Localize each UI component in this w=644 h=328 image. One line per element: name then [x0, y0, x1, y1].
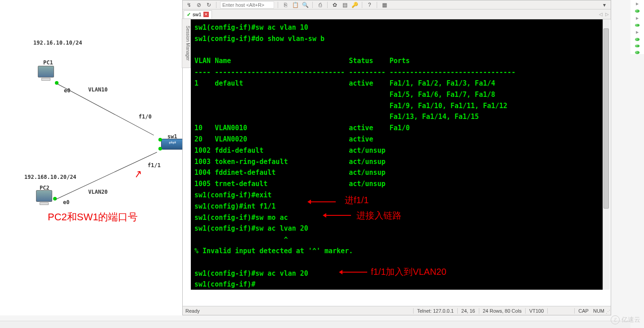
status-caps: CAP — [574, 308, 592, 314]
network-topology-panel: 192.16.10.10/24 PC1 e0 VLAN10 f1/0 sw1 ⇄… — [0, 0, 182, 315]
switch-icon: ⇄⇄ — [161, 139, 184, 150]
print-icon[interactable]: ⎙ — [316, 1, 324, 9]
status-emulation: VT100 — [525, 308, 547, 314]
nav-dot-icon[interactable] — [635, 38, 639, 41]
f11-label: f1/1 — [148, 162, 161, 169]
scrollbar-thumb[interactable] — [603, 28, 609, 209]
session-icon[interactable]: ▤ — [341, 1, 348, 9]
host-input[interactable] — [220, 1, 274, 9]
watermark-icon: ℰ — [611, 315, 620, 324]
status-bar: Ready Telnet: 127.0.0.1 24, 16 24 Rows, … — [183, 306, 611, 315]
status-size: 24 Rows, 80 Cols — [479, 308, 525, 314]
secure-crt-window: ↯ ⊘ ↻ ⎘ 📋 🔍 ⎙ ✿ ▤ 🔑 ? ▦ ▾ ✓ sw1 ✕ ◁ ▷ — [182, 0, 611, 315]
tab-sw1[interactable]: ✓ sw1 ✕ — [184, 10, 212, 18]
reconnect-icon[interactable]: ↯ — [185, 1, 193, 9]
nav-dot-icon[interactable] — [635, 51, 639, 54]
subnet2-label: 192.168.10.20/24 — [24, 174, 77, 180]
pc2-port: e0 — [63, 199, 69, 205]
watermark-text: 亿速云 — [621, 316, 640, 324]
tab-active-check-icon: ✓ — [187, 12, 191, 18]
pc2-icon — [36, 190, 52, 205]
annot-vlan20-join: f1/1加入到VLAN20 — [371, 266, 446, 278]
key-icon[interactable]: 🔑 — [351, 1, 358, 9]
red-arrow-icon — [324, 215, 351, 216]
tab-next-icon[interactable]: ▷ — [604, 12, 610, 17]
red-arrow-icon — [340, 272, 367, 273]
status-ready: Ready — [185, 308, 200, 314]
disconnect-icon[interactable]: ⊘ — [195, 1, 203, 9]
link-dot — [158, 147, 162, 150]
vertical-scrollbar[interactable] — [603, 19, 610, 290]
horizontal-scrollbar[interactable] — [0, 321, 630, 328]
paste-icon[interactable]: 📋 — [292, 1, 299, 9]
vlan10-label: VLAN10 — [88, 87, 108, 93]
copy-icon[interactable]: ⎘ — [282, 1, 289, 9]
tab-close-button[interactable]: ✕ — [203, 12, 209, 17]
nav-dot-icon[interactable] — [635, 24, 639, 27]
red-arrow-icon: ↗ — [133, 168, 143, 181]
nav-dot-icon[interactable] — [635, 45, 639, 48]
status-connection: Telnet: 127.0.0.1 — [413, 308, 457, 314]
palette-icon[interactable]: ▦ — [381, 1, 388, 9]
pc1-label: PC1 — [43, 59, 53, 66]
nav-dot-icon[interactable] — [635, 9, 639, 13]
resize-grip-icon[interactable]: ⋰ — [606, 309, 610, 314]
vlan20-label: VLAN20 — [88, 189, 108, 195]
annot-pc2-sw1-ports: PC2和SW1的端口号 — [48, 210, 138, 224]
tab-prev-icon[interactable]: ◁ — [598, 12, 603, 17]
terminal-pane[interactable]: sw1(config-if)#sw ac vlan 10 sw1(config-… — [191, 19, 610, 290]
status-cursor: 24, 16 — [457, 308, 479, 314]
collapse-icon[interactable]: ▶ — [636, 2, 639, 6]
collapse-icon[interactable]: ▶ — [636, 16, 639, 20]
settings-icon[interactable]: ✿ — [331, 1, 338, 9]
pc1-icon — [38, 66, 54, 81]
annot-enter-f11: 进f1/1 — [345, 194, 369, 206]
find-icon[interactable]: 🔍 — [302, 1, 309, 9]
refresh-icon[interactable]: ↻ — [205, 1, 212, 9]
main-toolbar: ↯ ⊘ ↻ ⎘ 📋 🔍 ⎙ ✿ ▤ 🔑 ? ▦ ▾ — [183, 0, 611, 9]
toolbar-menu-icon[interactable]: ▾ — [601, 1, 608, 9]
subnet1-label: 192.16.10.10/24 — [33, 40, 82, 46]
red-arrow-icon — [309, 201, 336, 202]
terminal-output: sw1(config-if)#sw ac vlan 10 sw1(config-… — [191, 19, 610, 290]
f10-label: f1/0 — [139, 114, 152, 120]
collapse-icon[interactable]: ▶ — [636, 30, 639, 34]
help-icon[interactable]: ? — [366, 1, 373, 9]
link-dot — [158, 138, 162, 141]
tab-label: sw1 — [193, 12, 202, 17]
session-tab-bar: ✓ sw1 ✕ ◁ ▷ — [183, 9, 611, 19]
annot-access-link: 进接入链路 — [356, 210, 401, 222]
watermark: ℰ 亿速云 — [611, 315, 640, 324]
outline-panel: ▶ ▶ ▶ — [630, 0, 644, 54]
session-manager-tab[interactable]: Session Manager — [182, 18, 191, 68]
